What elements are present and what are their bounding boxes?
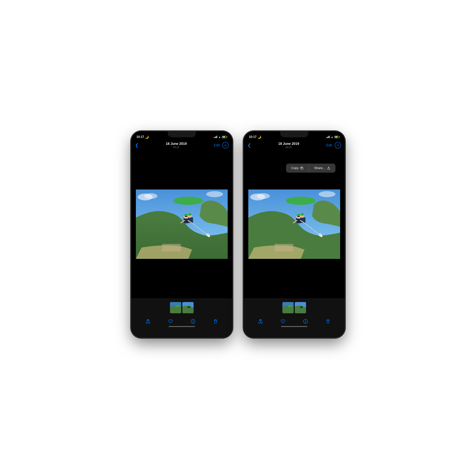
svg-rect-57 (297, 216, 300, 217)
svg-rect-75 (300, 306, 303, 308)
svg-point-62 (320, 235, 322, 237)
svg-point-4 (173, 197, 203, 205)
time-display: 10:17 (136, 135, 144, 139)
left-phone: 10:17 🌙 ▲ ⚡ (131, 131, 232, 338)
svg-point-22 (208, 235, 210, 237)
notch (168, 131, 196, 137)
edit-button-right[interactable]: Edit (326, 143, 332, 147)
svg-point-67 (257, 193, 270, 199)
svg-point-74 (299, 305, 304, 306)
status-time: 10:17 🌙 (136, 135, 149, 139)
share-label: Share... (314, 166, 325, 170)
thumbnail-2[interactable] (182, 302, 194, 313)
copy-menu-item[interactable]: Copy (286, 164, 309, 173)
right-phone: 10:17 🌙 ▲ ⚡ (244, 131, 345, 338)
svg-rect-17 (185, 216, 187, 217)
context-menu: Copy Share... (286, 164, 335, 173)
delete-button-right[interactable] (326, 319, 330, 324)
bottom-strip-right (244, 298, 345, 338)
more-button-right[interactable]: ••• (335, 142, 341, 148)
time-display-right: 10:17 (249, 135, 256, 139)
thumbnails (170, 302, 194, 313)
nav-title-main: 18 June 2019 (139, 142, 214, 146)
status-icons-right: ▲ ⚡ (326, 136, 340, 138)
signal-bars (214, 136, 217, 138)
share-button[interactable] (146, 319, 150, 324)
info-button[interactable] (190, 319, 195, 324)
svg-point-34 (186, 305, 191, 306)
svg-point-72 (288, 305, 292, 307)
battery-right: ⚡ (334, 136, 340, 138)
wifi-icon-right: ▲ (331, 136, 333, 138)
status-icons: ▲ ⚡ (214, 136, 227, 138)
moon-icon: 🌙 (145, 135, 149, 139)
nav-bar: ❮ 18 June 2019 02:21 Edit ••• (131, 141, 232, 150)
thumbnail-right-2[interactable] (295, 302, 306, 313)
signal-bars-right (326, 136, 330, 138)
notch-right (280, 131, 308, 137)
home-indicator (169, 326, 195, 327)
svg-point-56 (301, 213, 304, 216)
svg-rect-25 (162, 244, 181, 251)
moon-icon-right: 🌙 (257, 135, 261, 139)
phones-container: 10:17 🌙 ▲ ⚡ (131, 131, 345, 338)
ellipsis-icon: ••• (224, 144, 227, 147)
photo-area (131, 150, 232, 298)
thumbnails-right (282, 302, 306, 313)
bottom-strip (131, 298, 232, 338)
back-button[interactable]: ❮ (135, 143, 139, 148)
nav-actions: Edit ••• (214, 142, 229, 148)
home-indicator-right (281, 326, 307, 327)
battery: ⚡ (222, 136, 227, 138)
favorite-button-right[interactable] (281, 319, 286, 324)
svg-rect-35 (188, 306, 190, 308)
svg-point-16 (188, 213, 191, 216)
svg-point-28 (206, 191, 223, 197)
delete-button[interactable] (213, 319, 218, 324)
thumbnail-right-1[interactable] (282, 302, 294, 313)
nav-actions-right: Edit ••• (326, 142, 341, 148)
bottom-actions (131, 319, 232, 324)
nav-title-main-right: 18 June 2019 (251, 142, 326, 146)
more-button[interactable]: ••• (222, 142, 229, 148)
favorite-button[interactable] (168, 319, 173, 324)
svg-point-32 (175, 305, 180, 307)
status-time-right: 10:17 🌙 (249, 135, 261, 139)
share-menu-item[interactable]: Share... (309, 164, 335, 173)
svg-point-68 (318, 191, 335, 197)
copy-label: Copy (291, 166, 299, 170)
back-button-right[interactable]: ❮ (247, 143, 251, 148)
nav-title-right: 18 June 2019 02:21 (251, 142, 326, 149)
ellipsis-icon-right: ••• (337, 144, 339, 147)
share-button-right[interactable] (258, 319, 263, 324)
svg-point-44 (286, 197, 316, 205)
svg-rect-12 (184, 218, 188, 223)
svg-point-78 (305, 320, 306, 321)
svg-rect-52 (297, 218, 301, 223)
svg-point-38 (193, 320, 193, 321)
info-button-right[interactable] (303, 319, 308, 324)
photo-area-right: Copy Share... (244, 150, 345, 298)
nav-title-sub-right: 02:21 (251, 146, 326, 149)
svg-rect-39 (301, 167, 303, 169)
thumbnail-1[interactable] (170, 302, 181, 313)
edit-button[interactable]: Edit (214, 143, 220, 147)
svg-point-27 (144, 193, 158, 199)
photo-frame (136, 189, 228, 259)
nav-title: 18 June 2019 02:21 (139, 142, 214, 149)
nav-bar-right: ❮ 18 June 2019 02:21 Edit ••• (244, 141, 345, 150)
photo-frame-right (248, 189, 340, 259)
nav-title-sub: 02:21 (139, 146, 214, 149)
svg-rect-65 (274, 244, 293, 251)
bottom-actions-right (244, 319, 345, 324)
wifi-icon: ▲ (218, 136, 221, 138)
